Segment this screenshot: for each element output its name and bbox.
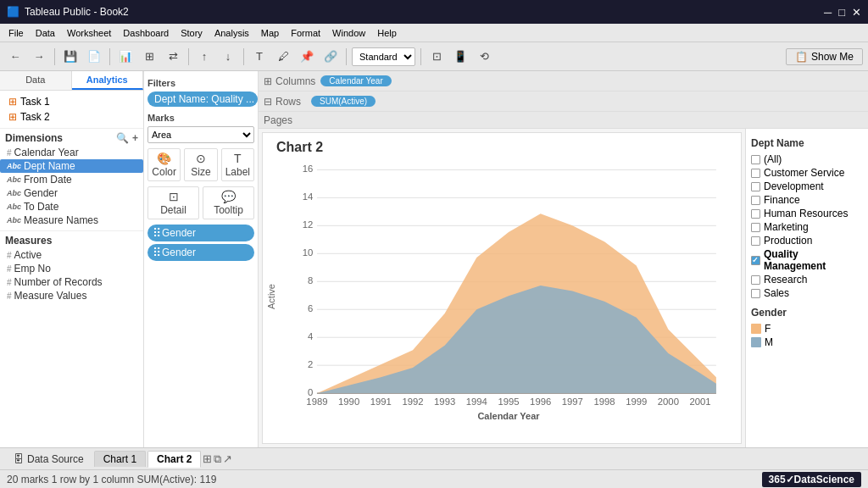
- marks-label: Marks: [147, 113, 254, 123]
- tab-duplicate-icon[interactable]: ⧉: [214, 452, 221, 466]
- fit-button[interactable]: ⊡: [426, 47, 447, 67]
- dept-development[interactable]: Development: [751, 180, 863, 193]
- tab-data[interactable]: Data: [0, 71, 72, 90]
- dim-measure-names[interactable]: Abc Measure Names: [0, 214, 143, 227]
- task-2-item[interactable]: ⊞ Task 2: [5, 109, 138, 125]
- gender-pill-1[interactable]: ⠿ Gender: [147, 225, 254, 241]
- dept-all-checkbox[interactable]: [751, 155, 760, 164]
- menu-format[interactable]: Format: [286, 26, 326, 40]
- measure-values[interactable]: # Measure Values: [0, 289, 143, 302]
- tooltip-button[interactable]: 💬 Tooltip: [203, 186, 254, 219]
- dim-calendar-year[interactable]: # Calendar Year: [0, 146, 143, 159]
- add-icon[interactable]: +: [132, 132, 138, 144]
- svg-text:1993: 1993: [434, 396, 455, 407]
- svg-text:14: 14: [303, 191, 314, 202]
- dept-hr-checkbox[interactable]: [751, 209, 760, 219]
- dimensions-title: Dimensions 🔍 +: [0, 128, 143, 146]
- chart-svg: 16 14 12 10 8 6 4 2 0: [283, 162, 734, 409]
- dept-fin-checkbox[interactable]: [751, 196, 760, 205]
- chart-title: Chart 2: [263, 133, 741, 158]
- filter-pill-dept[interactable]: Dept Name: Quality ... ▾: [147, 92, 258, 107]
- dept-qm-checkbox[interactable]: ✓: [751, 256, 760, 265]
- show-me-icon: 📋: [795, 51, 808, 63]
- dim-from-date[interactable]: Abc From Date: [0, 173, 143, 186]
- tab-analytics[interactable]: Analytics: [72, 71, 144, 90]
- marks-type-select[interactable]: Area Bar Line: [147, 126, 254, 143]
- menu-worksheet[interactable]: Worksheet: [62, 26, 116, 40]
- minimize-button[interactable]: ─: [824, 6, 832, 19]
- menu-data[interactable]: Data: [31, 26, 60, 40]
- calendar-year-pill[interactable]: Calendar Year: [320, 75, 391, 86]
- dept-cs-checkbox[interactable]: [751, 169, 760, 178]
- svg-text:1989: 1989: [306, 396, 327, 407]
- chart-area: Chart 2 Active: [262, 132, 742, 444]
- menu-file[interactable]: File: [3, 26, 29, 40]
- tab-export-icon[interactable]: ↗: [223, 452, 232, 466]
- swap-button[interactable]: ⇄: [163, 47, 183, 67]
- sum-active-pill[interactable]: SUM(Active): [311, 96, 376, 107]
- dept-human-resources[interactable]: Human Resources: [751, 207, 863, 220]
- save-button[interactable]: 💾: [60, 47, 81, 67]
- sort-desc-button[interactable]: ↓: [218, 47, 238, 67]
- menu-map[interactable]: Map: [256, 26, 284, 40]
- back-button[interactable]: ←: [5, 47, 25, 67]
- new-button[interactable]: 📄: [84, 47, 104, 67]
- measure-number-records[interactable]: # Number of Records: [0, 275, 143, 289]
- menu-window[interactable]: Window: [327, 26, 370, 40]
- table-button[interactable]: ⊞: [139, 47, 159, 67]
- title-bar: 🟦 Tableau Public - Book2 ─ □ ✕: [0, 0, 868, 24]
- dept-quality-management[interactable]: ✓ Quality Management: [751, 247, 863, 273]
- datasci-logo: 365✓DataScience: [762, 472, 861, 487]
- dept-marketing[interactable]: Marketing: [751, 220, 863, 234]
- menu-analysis[interactable]: Analysis: [209, 26, 254, 40]
- menu-story[interactable]: Story: [175, 26, 208, 40]
- forward-button[interactable]: →: [29, 47, 49, 67]
- dim-gender[interactable]: Abc Gender: [0, 186, 143, 200]
- measure-active[interactable]: # Active: [0, 248, 143, 262]
- dept-mkt-checkbox[interactable]: [751, 223, 760, 232]
- dept-research[interactable]: Research: [751, 273, 863, 286]
- gender-f-item: F: [751, 322, 863, 336]
- pin-button[interactable]: 📌: [297, 47, 317, 67]
- datasource-tab[interactable]: 🗄 Data Source: [5, 452, 92, 467]
- label-button[interactable]: T Label: [221, 148, 254, 181]
- dept-prod-checkbox[interactable]: [751, 236, 760, 246]
- text-button[interactable]: T: [249, 47, 270, 67]
- search-icon[interactable]: 🔍: [116, 132, 129, 144]
- size-button[interactable]: ⊙ Size: [184, 148, 217, 181]
- dept-production[interactable]: Production: [751, 234, 863, 247]
- chart-button[interactable]: 📊: [115, 47, 136, 67]
- maximize-button[interactable]: □: [838, 6, 845, 19]
- detail-button[interactable]: ⊡ Detail: [147, 186, 199, 219]
- dept-customer-service[interactable]: Customer Service: [751, 166, 863, 180]
- panel-tabs: Data Analytics: [0, 71, 143, 91]
- format-button[interactable]: 🖊: [273, 47, 293, 67]
- tab-add-icon[interactable]: ⊞: [203, 452, 212, 466]
- menu-dashboard[interactable]: Dashboard: [118, 26, 174, 40]
- dept-sales[interactable]: Sales: [751, 286, 863, 300]
- dept-all[interactable]: (All): [751, 152, 863, 166]
- color-button[interactable]: 🎨 Color: [147, 148, 181, 181]
- dept-res-checkbox[interactable]: [751, 275, 760, 285]
- measure-emp-no[interactable]: # Emp No: [0, 262, 143, 275]
- svg-text:6: 6: [308, 303, 313, 313]
- dept-finance[interactable]: Finance: [751, 193, 863, 207]
- dept-list: (All) Customer Service Development Finan…: [751, 152, 863, 300]
- chart1-tab[interactable]: Chart 1: [94, 451, 146, 467]
- dim-to-date[interactable]: Abc To Date: [0, 200, 143, 214]
- dim-dept-name[interactable]: Abc Dept Name: [0, 159, 143, 173]
- share-button[interactable]: ⟲: [474, 47, 494, 67]
- dept-sales-checkbox[interactable]: [751, 289, 760, 298]
- link-button[interactable]: 🔗: [320, 47, 341, 67]
- standard-select[interactable]: Standard: [352, 47, 415, 66]
- svg-text:1997: 1997: [562, 396, 583, 407]
- task-1-item[interactable]: ⊞ Task 1: [5, 94, 138, 109]
- dept-dev-checkbox[interactable]: [751, 182, 760, 191]
- close-button[interactable]: ✕: [852, 6, 861, 19]
- device-button[interactable]: 📱: [450, 47, 470, 67]
- chart2-tab[interactable]: Chart 2: [147, 451, 201, 468]
- sort-asc-button[interactable]: ↑: [194, 47, 214, 67]
- menu-help[interactable]: Help: [372, 26, 402, 40]
- show-me-button[interactable]: 📋 Show Me: [786, 48, 863, 65]
- gender-pill-2[interactable]: ⠿ Gender: [147, 244, 254, 261]
